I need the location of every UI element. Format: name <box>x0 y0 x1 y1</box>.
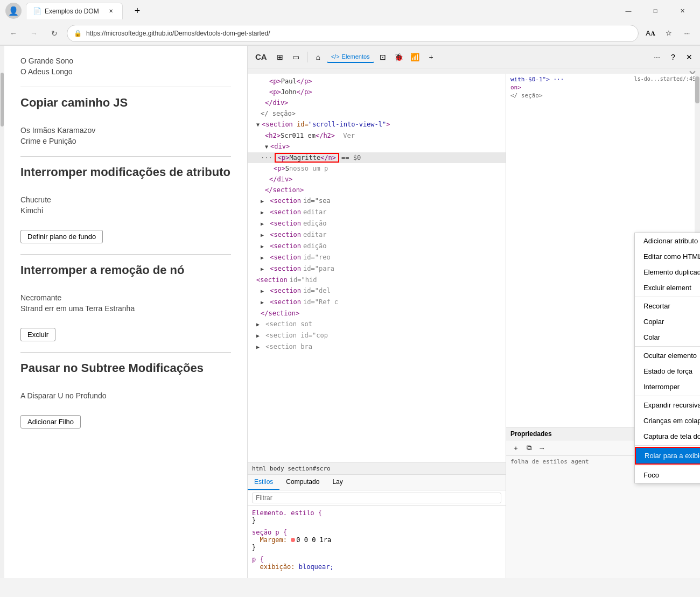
tab-elements[interactable]: </> Elementos <box>327 51 374 63</box>
webpage-section-4: Interromper a remoção de nó Necromante S… <box>20 263 231 341</box>
copy-style-icon[interactable]: ⧉ <box>523 443 534 453</box>
dom-line[interactable]: </section> <box>248 308 506 319</box>
dom-line[interactable]: ▶ <sectionid="del <box>248 285 506 297</box>
ctx-delete[interactable]: Excluir element <box>635 280 700 296</box>
tab-lay[interactable]: Lay <box>326 475 349 490</box>
add-panel-icon[interactable]: + <box>424 50 439 65</box>
style-rule: p { exibição: bloquear; <box>252 556 501 571</box>
set-background-btn[interactable]: Definir plano de fundo <box>20 230 103 243</box>
more-tools-btn[interactable]: ··· <box>649 50 664 65</box>
ctx-edit-html[interactable]: Editar como HTML <box>635 249 700 264</box>
ctx-force-state[interactable]: Estado de força ▶ <box>635 363 700 379</box>
dom-line[interactable]: ▶ <sectionedição <box>248 241 506 252</box>
network-icon[interactable]: 📶 <box>408 50 423 65</box>
read-aloud-icon[interactable]: A𝐀 <box>643 26 658 41</box>
ca-label: CA <box>251 50 271 64</box>
profile-icon[interactable]: 👤 <box>5 3 22 19</box>
back-btn[interactable]: ← <box>5 25 22 41</box>
ctx-break-on[interactable]: Interromper ▶ <box>635 379 700 395</box>
dom-line[interactable]: ▶ <section bra <box>248 341 506 353</box>
maximize-btn[interactable]: □ <box>643 2 668 19</box>
dom-line[interactable]: ▶ <sectioneditar <box>248 229 506 241</box>
source-link[interactable]: ls-do...started/:49 <box>634 76 696 82</box>
style-rule: seção p { Margem: 0 0 0 1ra } <box>252 529 501 551</box>
dom-scroll-thumb <box>695 76 699 103</box>
dom-line[interactable]: <sectionid="hid <box>248 275 506 285</box>
ctx-add-attribute[interactable]: Adicionar atributo <box>635 233 700 249</box>
ctx-separator <box>635 466 700 466</box>
ctx-focus[interactable]: Foco <box>635 467 700 483</box>
forward-btn[interactable]: → <box>26 25 42 41</box>
dom-line[interactable]: </section> <box>248 185 506 195</box>
ctx-copy[interactable]: Copiar ▶ <box>635 314 700 329</box>
dom-line[interactable]: </div> <box>248 174 506 185</box>
active-tab[interactable]: 📄 Exemplos do DOM ✕ <box>26 3 123 19</box>
dom-line[interactable]: ▶ <sectionid="sea <box>248 195 506 207</box>
ctx-scroll-into-view[interactable]: Rolar para a exibição <box>635 447 700 465</box>
dom-line[interactable]: <p>John</p> <box>248 87 506 97</box>
book-item: O Grande Sono <box>20 57 231 65</box>
dom-line[interactable]: ▶ <sectionid="Ref c <box>248 297 506 308</box>
device-icon[interactable]: ▭ <box>289 50 304 65</box>
tab-computado[interactable]: Computado <box>279 475 326 490</box>
favorites-icon[interactable]: ☆ <box>661 26 676 41</box>
close-devtools-btn[interactable]: ✕ <box>682 50 697 65</box>
webpage-section-1: O Grande Sono O Adeus Longo <box>20 57 231 76</box>
ctx-expand[interactable]: Expandir recursivamente <box>635 397 700 413</box>
dom-line[interactable]: ▶ <sectionid="para <box>248 263 506 275</box>
ctx-hide[interactable]: Ocultar elemento <box>635 348 700 363</box>
section-heading: Copiar caminho JS <box>20 96 231 110</box>
add-tab-btn[interactable]: + <box>129 3 145 19</box>
main-content: O Grande Sono O Adeus Longo Copiar camin… <box>0 46 700 578</box>
title-bar-left: 👤 <box>5 3 22 19</box>
tab-estilos[interactable]: Estilos <box>248 475 279 490</box>
window-controls: — □ ✕ <box>616 2 695 19</box>
ctx-collapse-children[interactable]: Crianças em colapso <box>635 413 700 429</box>
dom-line[interactable]: </ seção> <box>248 108 506 119</box>
dom-line[interactable]: <p>Paul</p> <box>248 76 506 87</box>
tab-close-btn[interactable]: ✕ <box>106 6 116 16</box>
context-menu: Adicionar atributo Editar como HTML Elem… <box>634 233 700 483</box>
ctx-duplicate[interactable]: Elemento duplicado <box>635 264 700 280</box>
toolbar-separator <box>307 52 307 62</box>
dom-line[interactable]: ▶ <sectionedição <box>248 218 506 229</box>
section-divider <box>20 87 231 87</box>
ctx-paste[interactable]: Colar <box>635 329 700 345</box>
dom-line[interactable]: <p>Snosso um p <box>248 163 506 174</box>
props-title: Propriedades <box>510 430 552 438</box>
section-heading: Interromper a remoção de nó <box>20 263 231 277</box>
dom-line[interactable]: ▶ <section sot <box>248 319 506 330</box>
dom-line[interactable]: ▶ <sectioneditar <box>248 207 506 218</box>
dom-line[interactable]: ▶ <section id="cop <box>248 330 506 341</box>
ctx-separator <box>635 396 700 396</box>
ctx-capture-screenshot[interactable]: Captura de tela do nó de captura <box>635 429 700 444</box>
close-btn[interactable]: ✕ <box>670 2 695 19</box>
minimize-btn[interactable]: — <box>616 2 641 19</box>
webpage-panel: O Grande Sono O Adeus Longo Copiar camin… <box>0 46 248 578</box>
home-icon[interactable]: ⌂ <box>311 50 326 65</box>
help-btn[interactable]: ? <box>666 50 681 65</box>
add-child-btn[interactable]: Adicionar Filho <box>20 415 81 429</box>
delete-btn[interactable]: Excluir <box>20 328 55 341</box>
console-icon[interactable]: ⊡ <box>375 50 390 65</box>
dom-line[interactable]: ▶ <sectionid="reo <box>248 252 506 263</box>
forward-icon[interactable]: → <box>536 443 547 453</box>
inspect-icon[interactable]: ⊞ <box>272 50 288 65</box>
more-btn[interactable]: ··· <box>680 26 695 41</box>
styles-content: Elemento. estilo { } seção p { Margem: 0… <box>248 506 506 578</box>
dom-selected-line[interactable]: ··· <p>Magritte</n> == $0 <box>248 152 506 163</box>
dom-line[interactable]: </div> <box>248 97 506 108</box>
add-style-icon[interactable]: + <box>510 443 521 453</box>
ctx-cut[interactable]: Recortar <box>635 298 700 314</box>
styles-filter <box>248 490 506 506</box>
filter-input[interactable] <box>252 493 501 503</box>
webpage-section-3: Interromper modificações de atributo Chu… <box>20 165 231 243</box>
dom-line[interactable]: ▼<div> <box>248 141 506 152</box>
book-item: Crime e Punição <box>20 137 231 145</box>
debug-icon[interactable]: 🐞 <box>391 50 407 65</box>
dom-line[interactable]: ▼<section id="scroll-into-view-l"> <box>248 119 506 130</box>
address-input-bar[interactable]: 🔒 https://microsoftedge.github.io/Demos/… <box>67 25 639 42</box>
refresh-btn[interactable]: ↻ <box>46 25 62 41</box>
elements-label: Elementos <box>342 53 370 60</box>
dom-line[interactable]: <h2>Scr011 em</h2> Ver <box>248 130 506 141</box>
